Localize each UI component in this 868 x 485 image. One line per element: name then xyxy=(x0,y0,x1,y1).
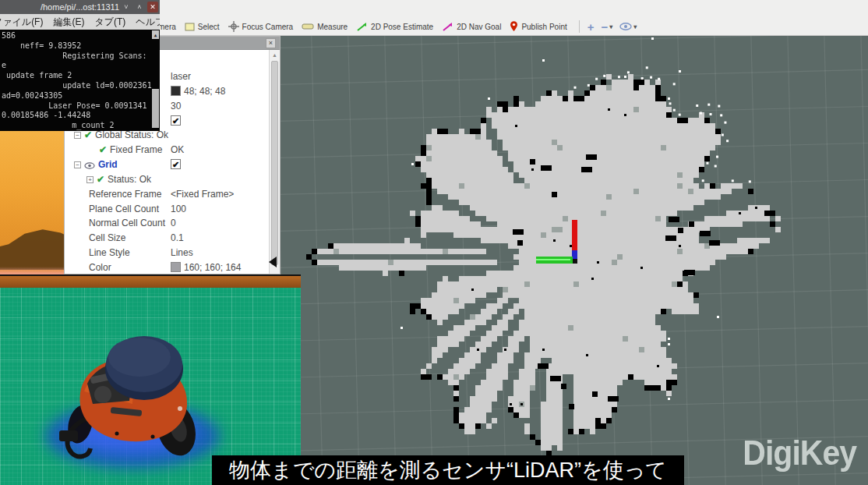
robot-illustration xyxy=(0,276,301,485)
tool-2d-pose-estimate[interactable]: 2D Pose Estimate xyxy=(356,22,433,32)
caret-down-icon: ▾ xyxy=(609,23,612,30)
terminal-text: 586 neff= 9.83952 Registering Scans: e u… xyxy=(2,31,160,131)
terminal-output[interactable]: 586 neff= 9.83952 Registering Scans: e u… xyxy=(0,30,160,131)
checkbox-checked[interactable]: ✔ xyxy=(171,115,181,126)
tool-move-camera[interactable]: mera xyxy=(158,23,176,31)
tool-move-camera-label: mera xyxy=(158,23,176,31)
remove-display-button[interactable]: −▾ xyxy=(602,20,613,34)
maximize-button[interactable]: ˄ xyxy=(134,2,145,12)
color-swatch xyxy=(171,86,181,96)
close-button[interactable]: ✕ xyxy=(147,2,158,12)
tree-row-plane-cell-count[interactable]: Plane Cell Count100 xyxy=(65,202,269,217)
tool-select-label: Select xyxy=(198,23,220,31)
terminal-window: /home/pi/...ost:11311 ˅ ˄ ✕ ファイル(F) 編集(E… xyxy=(0,0,160,131)
measure-icon xyxy=(302,23,314,30)
tree-row-status[interactable]: +✔Status: Ok xyxy=(65,172,269,187)
publish-point-icon xyxy=(510,21,518,32)
tree-row-normal-cell-count[interactable]: Normal Cell Count0 xyxy=(65,216,269,231)
eye-icon xyxy=(619,23,632,30)
select-icon xyxy=(185,22,195,32)
scrollbar-thumb[interactable] xyxy=(271,61,278,265)
panel-scrollbar[interactable]: ▲ xyxy=(269,50,280,274)
terminal-titlebar[interactable]: /home/pi/...ost:11311 ˅ ˄ ✕ xyxy=(0,0,160,14)
terminal-menubar: ファイル(F) 編集(E) タブ(T) ヘルプ(H) xyxy=(0,14,160,30)
subtitle-caption: 物体までの距離を測るセンサ“LiDAR”を使って xyxy=(212,455,684,485)
tree-row-reference-frame[interactable]: Reference Frame<Fixed Frame> xyxy=(65,187,269,202)
tree-row-grid[interactable]: −Grid✔ xyxy=(65,158,269,172)
expand-icon[interactable]: + xyxy=(86,176,94,183)
toolbar-separator xyxy=(579,20,580,33)
tree-row-fixed-frame[interactable]: ✔Fixed FrameOK xyxy=(65,143,269,158)
visibility-button[interactable]: ▾ xyxy=(619,23,637,30)
terminal-scrollbar[interactable]: ▲ xyxy=(151,30,160,131)
scroll-up-arrow[interactable]: ▲ xyxy=(152,30,159,39)
mountain-silhouette xyxy=(0,217,64,270)
tool-measure-label: Measure xyxy=(317,23,348,31)
eye-icon xyxy=(84,161,95,172)
tree-row-line-style[interactable]: Line StyleLines xyxy=(65,246,269,260)
add-display-button[interactable]: + xyxy=(587,20,595,34)
collapse-icon[interactable]: − xyxy=(74,132,81,139)
tool-2d-nav-goal-label: 2D Nav Goal xyxy=(457,23,501,31)
tool-focus-camera[interactable]: Focus Camera xyxy=(228,21,294,32)
menu-file[interactable]: ファイル(F) xyxy=(0,16,43,29)
tool-measure[interactable]: Measure xyxy=(302,23,348,31)
tool-select[interactable]: Select xyxy=(185,22,220,32)
lidar-map-canvas xyxy=(279,36,868,485)
scroll-up-arrow[interactable]: ▲ xyxy=(270,51,279,59)
status-ok-icon: ✔ xyxy=(97,174,104,185)
robot-photo xyxy=(0,274,301,485)
tool-focus-camera-label: Focus Camera xyxy=(242,23,294,31)
menu-help[interactable]: ヘルプ(H) xyxy=(136,16,160,29)
minimize-button[interactable]: ˅ xyxy=(121,2,132,12)
screen: mera Select Focus Camera Measure 2D Pose… xyxy=(0,0,868,485)
nav-goal-icon xyxy=(442,22,453,32)
scrollbar-thumb[interactable] xyxy=(152,89,159,128)
tool-publish-point[interactable]: Publish Point xyxy=(510,21,566,32)
menu-edit[interactable]: 編集(E) xyxy=(53,16,84,29)
checkbox-checked[interactable]: ✔ xyxy=(171,159,181,169)
desktop-wallpaper-sunset xyxy=(0,131,64,274)
tree-row-cell-size[interactable]: Cell Size0.1 xyxy=(65,231,269,246)
color-swatch xyxy=(171,262,181,272)
status-ok-icon: ✔ xyxy=(84,129,92,140)
rviz-3d-view[interactable] xyxy=(279,36,868,485)
status-ok-icon: ✔ xyxy=(99,144,107,155)
pose-estimate-icon xyxy=(356,22,368,32)
panel-collapse-arrow[interactable] xyxy=(269,257,277,267)
panel-close-button[interactable]: × xyxy=(266,38,276,48)
tool-2d-pose-estimate-label: 2D Pose Estimate xyxy=(371,23,433,31)
terminal-title: /home/pi/...ost:11311 xyxy=(41,2,119,12)
tool-publish-point-label: Publish Point xyxy=(521,23,566,31)
menu-tab[interactable]: タブ(T) xyxy=(94,16,125,29)
focus-camera-icon xyxy=(228,21,239,32)
digikey-logo: DigiKey xyxy=(743,434,856,473)
collapse-icon[interactable]: − xyxy=(74,161,81,168)
tree-row-color[interactable]: Color160; 160; 164 xyxy=(65,260,269,274)
caret-down-icon: ▾ xyxy=(633,23,637,30)
tool-2d-nav-goal[interactable]: 2D Nav Goal xyxy=(442,22,501,32)
